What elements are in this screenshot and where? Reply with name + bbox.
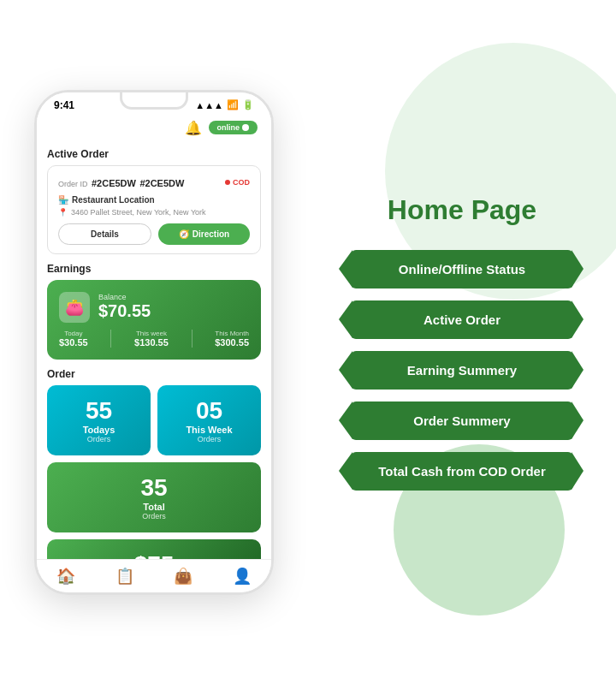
restaurant-icon: 🏪 — [58, 195, 68, 205]
nav-orders[interactable]: 📋 — [116, 567, 134, 586]
total-orders-card: 35 Total Orders — [47, 462, 261, 532]
details-button[interactable]: Details — [58, 223, 151, 245]
location-pin-icon: 📍 — [58, 208, 68, 217]
todays-orders-card: 55 Todays Orders — [47, 385, 151, 455]
nav-profile[interactable]: 👤 — [233, 567, 252, 586]
week-label: This week — [134, 330, 169, 337]
nav-bag[interactable]: 👜 — [174, 567, 192, 586]
order-id-label: Order ID — [58, 180, 88, 188]
direction-label: Direction — [192, 229, 229, 239]
wallet-icon: 👛 — [59, 292, 90, 323]
online-label: online — [217, 123, 240, 132]
restaurant-row: 🏪 Restaurant Location — [58, 195, 250, 205]
month-label: This Month — [215, 330, 249, 337]
balance-group: Balance $70.55 — [98, 293, 151, 321]
week-order-sub: Orders — [166, 435, 252, 443]
order-id-group: Order ID #2CE5DW #2CE5DW — [58, 175, 184, 190]
today-stat: Today $30.55 — [59, 330, 88, 348]
battery-icon: 🔋 — [242, 99, 254, 110]
order-id-value: #2CE5DW — [92, 178, 136, 188]
active-order-title: Active Order — [47, 148, 261, 160]
compass-icon: 🧭 — [179, 229, 189, 239]
total-number: 35 — [59, 474, 249, 502]
active-order-card: Order ID #2CE5DW #2CE5DW COD 🏪 Restauran… — [47, 165, 261, 254]
stat-divider-2 — [192, 330, 192, 348]
order-id-val: #2CE5DW — [139, 178, 184, 188]
toggle-dot — [242, 124, 249, 131]
week-stat: This week $130.55 — [134, 330, 169, 348]
feature-online-status[interactable]: Online/Offline Status — [351, 250, 573, 288]
week-value: $130.55 — [134, 337, 169, 348]
signal-icon: ▲▲▲ — [195, 100, 223, 110]
feature-label-0: Online/Offline Status — [399, 262, 525, 277]
direction-button[interactable]: 🧭 Direction — [158, 223, 250, 245]
balance-label: Balance — [98, 293, 151, 301]
online-toggle[interactable]: online — [209, 121, 258, 134]
action-buttons: Details 🧭 Direction — [58, 223, 250, 245]
total-label: Total — [59, 502, 249, 512]
restaurant-name: Restaurant Location — [72, 195, 155, 205]
cod-dot — [225, 180, 230, 185]
right-content: Home Page Online/Offline Status Active O… — [325, 194, 599, 491]
earnings-card: 👛 Balance $70.55 Today $30.55 This week … — [47, 280, 261, 360]
cod-label: COD — [233, 178, 250, 187]
nav-home[interactable]: 🏠 — [56, 567, 75, 586]
wallet-row: 👛 Balance $70.55 — [59, 292, 249, 323]
stat-divider-1 — [110, 330, 111, 348]
status-icons: ▲▲▲ 📶 🔋 — [195, 99, 254, 110]
earnings-title: Earnings — [47, 263, 261, 275]
order-stats-grid: 55 Todays Orders 05 This Week Orders — [47, 385, 261, 455]
bell-icon[interactable]: 🔔 — [185, 120, 202, 136]
title-part2: Page — [471, 194, 536, 225]
bottom-nav: 🏠 📋 👜 👤 — [37, 559, 271, 592]
cod-badge: COD — [225, 178, 250, 187]
phone-mockup-container: 9:41 ▲▲▲ 📶 🔋 🔔 online Active Order Or — [0, 0, 308, 684]
right-panel: Home Page Online/Offline Status Active O… — [308, 0, 616, 684]
status-time: 9:41 — [54, 99, 74, 111]
phone-notch — [120, 92, 188, 110]
total-sub: Orders — [59, 512, 249, 520]
today-value: $30.55 — [59, 337, 88, 348]
feature-active-order[interactable]: Active Order — [351, 300, 573, 339]
week-order-label: This Week — [166, 425, 252, 435]
feature-label-1: Active Order — [424, 312, 500, 327]
feature-earning-summery[interactable]: Earning Summery — [351, 351, 573, 390]
feature-list: Online/Offline Status Active Order Earni… — [325, 250, 599, 491]
bag-icon: 👜 — [174, 567, 192, 586]
header-bar: 🔔 online — [37, 115, 271, 141]
month-stat: This Month $300.55 — [215, 330, 249, 348]
page-title: Home Page — [325, 194, 599, 226]
orders-icon: 📋 — [116, 567, 134, 586]
month-value: $300.55 — [215, 337, 249, 348]
order-id-row: Order ID #2CE5DW #2CE5DW COD — [58, 175, 250, 190]
location-row: 📍 3460 Pallet Street, New York, New York — [58, 208, 250, 217]
location-text: 3460 Pallet Street, New York, New York — [71, 208, 206, 217]
profile-icon: 👤 — [233, 567, 252, 586]
earnings-stats: Today $30.55 This week $130.55 This Mont… — [59, 330, 249, 348]
cash-amount: $75 — [59, 551, 249, 559]
todays-number: 55 — [56, 397, 142, 425]
feature-label-4: Total Cash from COD Order — [378, 464, 546, 479]
feature-order-summery[interactable]: Order Summery — [351, 401, 573, 440]
balance-amount: $70.55 — [98, 301, 151, 321]
feature-label-3: Order Summery — [413, 413, 510, 428]
feature-label-2: Earning Summery — [407, 363, 517, 378]
feature-total-cash[interactable]: Total Cash from COD Order — [351, 452, 573, 491]
cash-card: $75 Cash In Your Hand — [47, 539, 261, 559]
week-number: 05 — [166, 397, 252, 425]
title-part1: Home — [388, 194, 471, 225]
phone-scroll-content[interactable]: Active Order Order ID #2CE5DW #2CE5DW CO… — [37, 141, 271, 559]
todays-label: Todays — [56, 425, 142, 435]
week-orders-card: 05 This Week Orders — [157, 385, 261, 455]
todays-sub: Orders — [56, 435, 142, 443]
wifi-icon: 📶 — [227, 99, 239, 110]
orders-section-title: Order — [47, 368, 261, 380]
phone-frame: 9:41 ▲▲▲ 📶 🔋 🔔 online Active Order Or — [34, 90, 274, 595]
home-icon: 🏠 — [56, 567, 75, 586]
today-label: Today — [59, 330, 88, 337]
